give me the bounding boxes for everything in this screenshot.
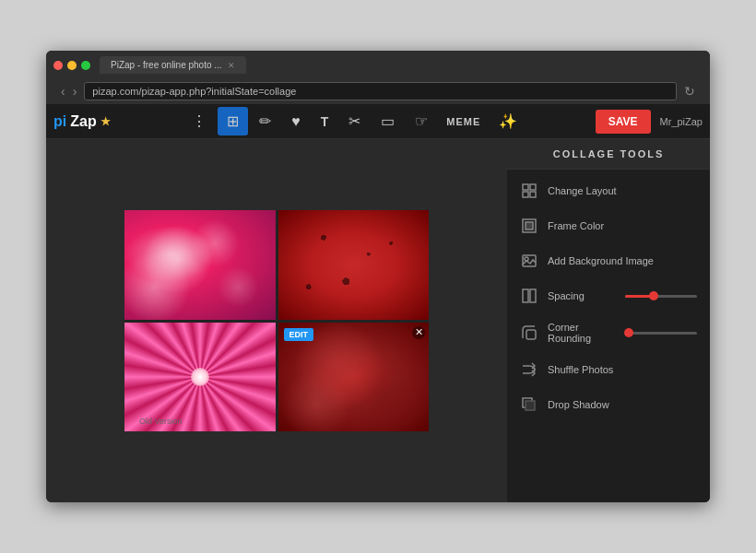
address-bar-row: ‹ › ↻ xyxy=(53,78,703,104)
change-layout-label: Change Layout xyxy=(548,185,697,196)
svg-rect-8 xyxy=(523,289,528,302)
rays-center xyxy=(191,368,209,386)
add-background-label: Add Background Image xyxy=(548,255,697,266)
back-button[interactable]: ‹ xyxy=(61,84,65,99)
browser-chrome: PiZap - free online photo ... ✕ ‹ › ↻ xyxy=(46,51,710,104)
text-button[interactable]: T xyxy=(312,109,338,135)
spacing-slider-track xyxy=(625,295,697,298)
corner-slider-group: Corner Rounding xyxy=(548,322,697,344)
logo-star-icon: ★ xyxy=(100,115,111,128)
svg-rect-5 xyxy=(526,222,533,229)
minimize-traffic-light[interactable] xyxy=(67,61,77,70)
traffic-lights xyxy=(53,61,90,70)
collage-wrapper: EDIT ✕ Old Version xyxy=(124,210,429,431)
tool-corner-rounding[interactable]: Corner Rounding xyxy=(507,313,710,352)
forward-button[interactable]: › xyxy=(73,84,77,99)
spacing-label: Spacing xyxy=(548,290,620,301)
svg-rect-12 xyxy=(526,401,535,410)
spacing-slider-group: Spacing xyxy=(548,290,697,301)
tools-list: Change Layout Frame Color xyxy=(507,170,710,426)
svg-rect-1 xyxy=(530,184,536,190)
tool-add-background[interactable]: Add Background Image xyxy=(507,243,710,278)
collage-button[interactable]: ⊞ xyxy=(218,107,248,135)
add-background-icon xyxy=(520,252,538,270)
menu-button[interactable]: ⋮ xyxy=(183,107,216,135)
svg-rect-0 xyxy=(523,184,528,190)
magic-button[interactable]: ✨ xyxy=(490,107,526,135)
svg-rect-9 xyxy=(530,289,536,302)
tools-panel: COLLAGE TOOLS Change Layout xyxy=(507,139,710,502)
frame-color-label: Frame Color xyxy=(548,220,697,231)
tab-bar: PiZap - free online photo ... ✕ xyxy=(100,56,246,74)
corner-rounding-label: Corner Rounding xyxy=(548,322,620,344)
effects-button[interactable]: ✂ xyxy=(339,107,370,135)
collage-grid: EDIT ✕ xyxy=(124,210,429,431)
corner-slider-track xyxy=(625,332,697,335)
maximize-traffic-light[interactable] xyxy=(81,61,90,70)
tool-spacing[interactable]: Spacing xyxy=(507,278,710,313)
spacing-slider-container[interactable] xyxy=(625,295,697,298)
svg-rect-2 xyxy=(523,192,528,197)
user-label: Mr_piZap xyxy=(660,116,703,127)
app-logo: piZap ★ xyxy=(53,113,111,130)
refresh-icon[interactable]: ↻ xyxy=(684,84,695,99)
stickers-button[interactable]: ♥ xyxy=(282,108,310,135)
drop-shadow-icon xyxy=(520,395,538,414)
shuffle-photos-label: Shuffle Photos xyxy=(548,364,697,375)
close-traffic-light[interactable] xyxy=(53,61,63,70)
draw-button[interactable]: ✏ xyxy=(250,107,280,135)
cell-close-icon[interactable]: ✕ xyxy=(412,326,425,339)
logo-pi: pi xyxy=(53,113,66,130)
tool-drop-shadow[interactable]: Drop Shadow xyxy=(507,387,710,422)
address-input[interactable] xyxy=(84,82,677,100)
spacing-slider-thumb[interactable] xyxy=(649,291,658,300)
save-button[interactable]: SAVE xyxy=(596,110,651,134)
workspace: EDIT ✕ Old Version COLLAGE TOOLS xyxy=(46,139,710,502)
shuffle-icon xyxy=(520,360,538,379)
tool-frame-color[interactable]: Frame Color xyxy=(507,208,710,243)
drop-shadow-label: Drop Shadow xyxy=(548,399,697,410)
app-toolbar: ⋮ ⊞ ✏ ♥ T ✂ ▭ ☞ MEME ✨ xyxy=(122,107,588,135)
collage-cell-3[interactable] xyxy=(124,323,276,432)
frame-color-icon xyxy=(520,217,538,235)
collage-cell-4[interactable]: EDIT ✕ xyxy=(278,323,430,432)
app-content: piZap ★ ⋮ ⊞ ✏ ♥ T ✂ ▭ ☞ MEME ✨ SAVE Mr_p… xyxy=(46,104,710,502)
corner-rounding-icon xyxy=(520,324,538,342)
frames-button[interactable]: ▭ xyxy=(372,107,404,135)
logo-zap: Zap xyxy=(70,113,96,130)
touch-button[interactable]: ☞ xyxy=(406,107,437,135)
browser-titlebar: PiZap - free online photo ... ✕ xyxy=(53,56,703,74)
collage-cell-1[interactable] xyxy=(124,210,276,320)
tools-panel-header: COLLAGE TOOLS xyxy=(507,139,710,170)
corner-slider-container[interactable] xyxy=(625,332,697,335)
tab-label: PiZap - free online photo ... xyxy=(111,60,222,70)
svg-rect-10 xyxy=(526,330,536,339)
browser-tab[interactable]: PiZap - free online photo ... ✕ xyxy=(100,56,246,74)
app-header: piZap ★ ⋮ ⊞ ✏ ♥ T ✂ ▭ ☞ MEME ✨ SAVE Mr_p… xyxy=(46,104,710,139)
tool-change-layout[interactable]: Change Layout xyxy=(507,173,710,208)
tab-close-icon[interactable]: ✕ xyxy=(228,61,235,70)
edit-badge[interactable]: EDIT xyxy=(284,328,314,341)
layout-icon xyxy=(520,182,538,200)
spacing-icon xyxy=(520,287,538,305)
corner-slider-thumb[interactable] xyxy=(624,328,633,337)
collage-area: EDIT ✕ Old Version xyxy=(46,139,507,502)
collage-cell-2[interactable] xyxy=(278,210,430,320)
tool-shuffle-photos[interactable]: Shuffle Photos xyxy=(507,352,710,387)
old-version-label: Old Version xyxy=(139,417,183,426)
meme-button[interactable]: MEME xyxy=(439,112,488,131)
svg-rect-3 xyxy=(530,192,536,197)
browser-window: PiZap - free online photo ... ✕ ‹ › ↻ pi… xyxy=(46,51,710,502)
